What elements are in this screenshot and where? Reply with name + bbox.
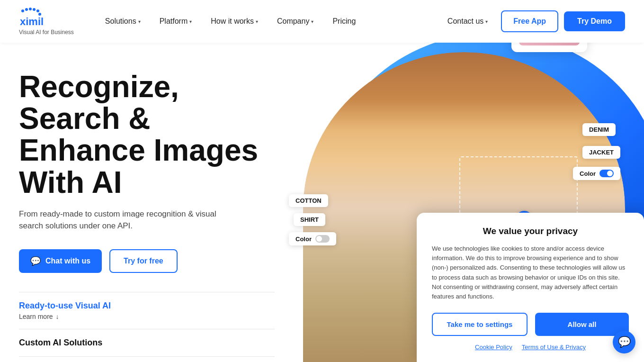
svg-point-0 bbox=[21, 9, 24, 12]
nav-how-it-works[interactable]: How it works ▾ bbox=[203, 13, 266, 29]
logo[interactable]: ximilar Visual AI for Business bbox=[19, 7, 74, 36]
nav-company[interactable]: Company ▾ bbox=[269, 13, 321, 29]
tag-shirt: SHIRT bbox=[294, 213, 325, 226]
chevron-down-icon: ▾ bbox=[485, 19, 488, 24]
tag-denim: DENIM bbox=[582, 123, 616, 136]
cookie-links: Cookie Policy Terms of Use & Privacy bbox=[432, 344, 629, 351]
toggle-color-left[interactable] bbox=[315, 235, 330, 243]
cookie-text: We use technologies like cookies to stor… bbox=[432, 244, 629, 301]
chat-bubble-button[interactable]: 💬 bbox=[613, 331, 635, 353]
feature-title: Custom AI Solutions bbox=[19, 338, 102, 348]
learn-more-link[interactable]: Learn more ↓ bbox=[19, 313, 111, 320]
toggle-color-right[interactable] bbox=[599, 170, 614, 177]
hero-title: Recognize, Search & Enhance Images With … bbox=[19, 71, 275, 199]
cookie-buttons: Take me to settings Allow all bbox=[432, 313, 629, 336]
try-for-free-button[interactable]: Try for free bbox=[109, 249, 178, 273]
hero-buttons: 💬 Chat with us Try for free bbox=[19, 249, 275, 273]
logo-subtitle: Visual AI for Business bbox=[19, 29, 74, 36]
arrow-down-icon: ↓ bbox=[56, 313, 59, 320]
cookie-banner: We value your privacy We use technologie… bbox=[417, 213, 644, 362]
chevron-down-icon: ▾ bbox=[256, 19, 258, 24]
hero-subtitle: From ready-made to custom image recognit… bbox=[19, 208, 227, 232]
chevron-down-icon: ▾ bbox=[311, 19, 313, 24]
shop-card-image bbox=[519, 43, 580, 45]
cookie-policy-link[interactable]: Cookie Policy bbox=[475, 344, 512, 351]
chat-bubble-icon: 💬 bbox=[618, 336, 631, 348]
svg-point-1 bbox=[25, 8, 28, 11]
chevron-down-icon: ▾ bbox=[138, 19, 141, 24]
svg-point-2 bbox=[29, 8, 32, 10]
try-demo-button[interactable]: Try Demo bbox=[564, 11, 625, 31]
free-app-button[interactable]: Free App bbox=[501, 10, 558, 32]
nav-platform[interactable]: Platform ▾ bbox=[152, 13, 200, 29]
feature-item-custom-ai[interactable]: Custom AI Solutions bbox=[19, 329, 275, 356]
take-settings-button[interactable]: Take me to settings bbox=[432, 313, 528, 336]
shop-card: Shop t... bbox=[511, 43, 587, 52]
nav-links: Solutions ▾ Platform ▾ How it works ▾ Co… bbox=[98, 13, 440, 29]
tag-color-right: Color bbox=[573, 167, 620, 180]
chat-icon: 💬 bbox=[30, 256, 41, 266]
allow-all-button[interactable]: Allow all bbox=[535, 313, 629, 336]
svg-point-4 bbox=[36, 9, 39, 12]
chat-with-us-button[interactable]: 💬 Chat with us bbox=[19, 249, 102, 273]
nav-pricing[interactable]: Pricing bbox=[325, 13, 363, 29]
tag-cotton: COTTON bbox=[289, 194, 328, 207]
nav-right: Contact us ▾ Free App Try Demo bbox=[440, 10, 625, 32]
feature-item-computer-vision[interactable]: Computer Vision Platform bbox=[19, 356, 275, 362]
contact-us-button[interactable]: Contact us ▾ bbox=[440, 13, 495, 29]
svg-point-3 bbox=[33, 8, 36, 11]
feature-item-visual-ai[interactable]: Ready-to-use Visual AI Learn more ↓ bbox=[19, 292, 275, 329]
navigation: ximilar Visual AI for Business Solutions… bbox=[0, 0, 644, 43]
terms-link[interactable]: Terms of Use & Privacy bbox=[522, 344, 586, 351]
tag-color-left: Color bbox=[289, 232, 336, 245]
cookie-title: We value your privacy bbox=[432, 226, 629, 236]
hero-left: Recognize, Search & Enhance Images With … bbox=[19, 62, 275, 362]
nav-solutions[interactable]: Solutions ▾ bbox=[98, 13, 148, 29]
svg-text:ximilar: ximilar bbox=[20, 16, 44, 27]
chevron-down-icon: ▾ bbox=[189, 19, 192, 24]
feature-title: Ready-to-use Visual AI bbox=[19, 301, 111, 311]
tag-jacket: JACKET bbox=[582, 146, 620, 159]
